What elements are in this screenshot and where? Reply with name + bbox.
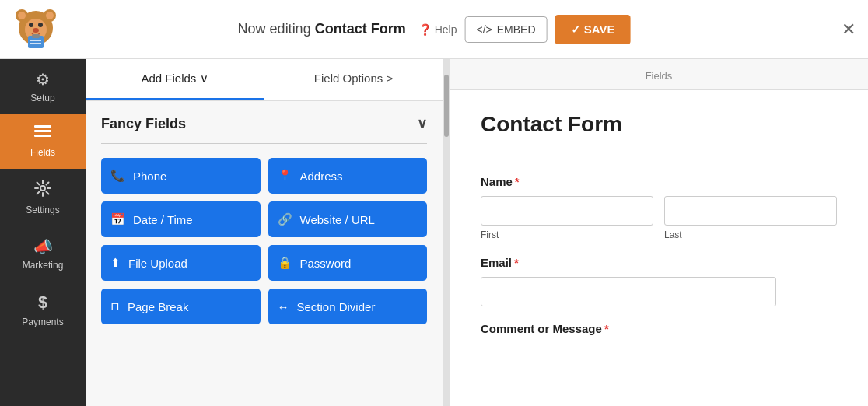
marketing-icon: 📣 <box>33 237 53 256</box>
file-upload-field-button[interactable]: ⬆ File Upload <box>101 245 261 281</box>
sidebar-label-marketing: Marketing <box>23 260 64 271</box>
svg-point-16 <box>40 186 45 191</box>
fancy-fields-header: Fancy Fields ∨ <box>101 115 427 132</box>
datetime-icon: 📅 <box>110 212 125 226</box>
first-name-input[interactable] <box>481 196 653 226</box>
main-layout: ⚙ Setup Fields Settings 📣 <box>0 59 868 406</box>
fancy-fields-divider <box>101 143 427 144</box>
setup-icon: ⚙ <box>36 70 50 89</box>
sidebar-label-setup: Setup <box>30 93 54 103</box>
form-divider <box>481 156 837 156</box>
svg-rect-10 <box>32 34 40 38</box>
sidebar: ⚙ Setup Fields Settings 📣 <box>0 59 86 406</box>
phone-icon: 📞 <box>110 169 125 183</box>
logo <box>12 5 59 54</box>
svg-point-8 <box>33 28 39 33</box>
comment-field-group: Comment or Message * <box>481 322 837 335</box>
tab-field-options[interactable]: Field Options > <box>264 59 443 100</box>
email-input[interactable] <box>481 277 776 306</box>
page-break-icon: ⊓ <box>110 299 120 313</box>
password-icon: 🔒 <box>278 256 292 270</box>
sidebar-item-setup[interactable]: ⚙ Setup <box>0 59 86 114</box>
sidebar-item-marketing[interactable]: 📣 Marketing <box>0 226 86 282</box>
svg-point-7 <box>38 23 43 27</box>
save-button[interactable]: ✓ SAVE <box>555 15 631 44</box>
name-required-star: * <box>515 175 520 188</box>
section-divider-field-button[interactable]: ↔ Section Divider <box>268 289 428 324</box>
fields-tabs: Add Fields ∨ Field Options > <box>86 59 443 101</box>
help-icon: ❓ <box>418 23 432 36</box>
top-bar-center: Now editing Contact Form ❓ Help </> EMBE… <box>238 15 631 44</box>
top-bar: Now editing Contact Form ❓ Help </> EMBE… <box>0 0 868 59</box>
first-name-label: First <box>481 229 653 240</box>
form-fields-section-header: Fields <box>450 59 868 90</box>
sidebar-item-fields[interactable]: Fields <box>0 114 86 169</box>
datetime-field-button[interactable]: 📅 Date / Time <box>101 201 261 237</box>
email-required-star: * <box>514 256 519 269</box>
sidebar-label-settings: Settings <box>26 205 59 215</box>
payments-icon: $ <box>38 292 47 313</box>
svg-point-2 <box>18 12 26 19</box>
name-field-group: Name * First Last <box>481 175 837 240</box>
form-title: Contact Form <box>481 112 837 137</box>
settings-icon <box>34 180 51 201</box>
fields-icon <box>34 125 51 143</box>
top-bar-actions: ❓ Help </> EMBED ✓ SAVE <box>418 15 631 44</box>
editing-label: Now editing Contact Form <box>238 21 406 37</box>
fancy-fields-chevron: ∨ <box>417 115 427 132</box>
phone-field-button[interactable]: 📞 Phone <box>101 158 261 194</box>
scrollbar-strip[interactable] <box>443 59 450 406</box>
comment-required-star: * <box>604 322 609 335</box>
tab-add-fields[interactable]: Add Fields ∨ <box>86 59 264 100</box>
fields-content: Fancy Fields ∨ 📞 Phone 📍 Address 📅 <box>86 101 443 406</box>
email-field-group: Email * <box>481 256 837 306</box>
svg-rect-15 <box>34 135 51 137</box>
last-name-input[interactable] <box>664 196 837 226</box>
upload-icon: ⬆ <box>110 256 121 270</box>
password-field-button[interactable]: 🔒 Password <box>268 245 428 281</box>
svg-point-6 <box>29 23 33 27</box>
name-inputs-row: First Last <box>481 196 837 240</box>
last-name-group: Last <box>664 196 837 240</box>
svg-rect-14 <box>34 130 51 132</box>
fancy-fields-label: Fancy Fields <box>101 116 186 132</box>
sidebar-label-payments: Payments <box>22 317 63 327</box>
comment-label: Comment or Message * <box>481 322 837 335</box>
svg-rect-13 <box>34 125 51 128</box>
section-divider-icon: ↔ <box>278 300 289 313</box>
first-name-group: First <box>481 196 653 240</box>
fields-panel: Add Fields ∨ Field Options > Fancy Field… <box>86 59 443 406</box>
website-icon: 🔗 <box>278 212 292 226</box>
close-button[interactable]: ✕ <box>842 19 856 40</box>
form-preview: Fields Contact Form Name * First Last <box>450 59 868 406</box>
embed-icon: </> <box>476 23 492 36</box>
website-field-button[interactable]: 🔗 Website / URL <box>268 201 428 237</box>
field-buttons-grid: 📞 Phone 📍 Address 📅 Date / Time 🔗 Websit… <box>101 158 427 324</box>
embed-button[interactable]: </> EMBED <box>464 16 547 43</box>
sidebar-item-settings[interactable]: Settings <box>0 169 86 226</box>
sidebar-item-payments[interactable]: $ Payments <box>0 282 86 338</box>
page-break-field-button[interactable]: ⊓ Page Break <box>101 289 261 324</box>
address-icon: 📍 <box>278 169 292 183</box>
sidebar-label-fields: Fields <box>30 147 55 158</box>
scrollbar-thumb <box>444 75 449 137</box>
email-label: Email * <box>481 256 837 269</box>
name-label: Name * <box>481 175 837 188</box>
address-field-button[interactable]: 📍 Address <box>268 158 428 194</box>
svg-point-4 <box>46 12 54 19</box>
help-button[interactable]: ❓ Help <box>418 23 457 36</box>
last-name-label: Last <box>664 229 837 240</box>
